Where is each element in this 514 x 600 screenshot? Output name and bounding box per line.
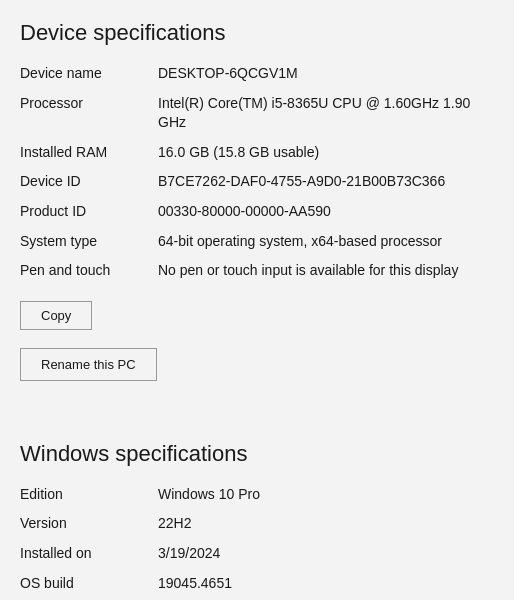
system-type-value: 64-bit operating system, x64-based proce…: [158, 232, 494, 252]
edition-label: Edition: [20, 485, 150, 505]
rename-pc-button[interactable]: Rename this PC: [20, 348, 157, 381]
product-id-label: Product ID: [20, 202, 150, 222]
product-id-value: 00330-80000-00000-AA590: [158, 202, 494, 222]
edition-value: Windows 10 Pro: [158, 485, 494, 505]
version-label: Version: [20, 514, 150, 534]
pen-touch-value: No pen or touch input is available for t…: [158, 261, 494, 281]
device-id-value: B7CE7262-DAF0-4755-A9D0-21B00B73C366: [158, 172, 494, 192]
os-build-label: OS build: [20, 574, 150, 594]
device-spec-grid: Device name DESKTOP-6QCGV1M Processor In…: [20, 64, 494, 281]
device-section-title: Device specifications: [20, 20, 494, 46]
processor-label: Processor: [20, 94, 150, 133]
pen-touch-label: Pen and touch: [20, 261, 150, 281]
device-name-label: Device name: [20, 64, 150, 84]
processor-value: Intel(R) Core(TM) i5-8365U CPU @ 1.60GHz…: [158, 94, 494, 133]
system-type-label: System type: [20, 232, 150, 252]
installed-on-value: 3/19/2024: [158, 544, 494, 564]
device-name-value: DESKTOP-6QCGV1M: [158, 64, 494, 84]
installed-ram-value: 16.0 GB (15.8 GB usable): [158, 143, 494, 163]
device-copy-button[interactable]: Copy: [20, 301, 92, 330]
os-build-value: 19045.4651: [158, 574, 494, 594]
version-value: 22H2: [158, 514, 494, 534]
device-id-label: Device ID: [20, 172, 150, 192]
windows-section-title: Windows specifications: [20, 441, 494, 467]
installed-ram-label: Installed RAM: [20, 143, 150, 163]
installed-on-label: Installed on: [20, 544, 150, 564]
windows-spec-grid: Edition Windows 10 Pro Version 22H2 Inst…: [20, 485, 494, 600]
